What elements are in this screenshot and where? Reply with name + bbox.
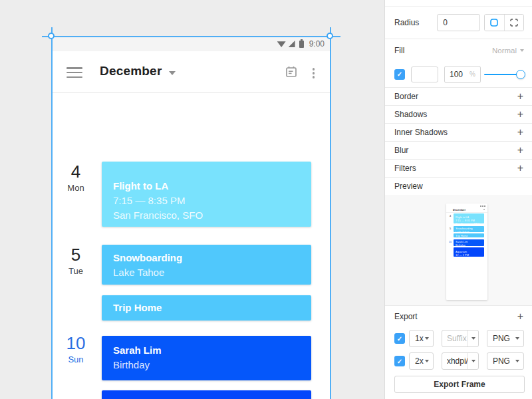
export-row-1x: ✓ 1x PNG: [385, 330, 532, 347]
month-title[interactable]: December: [100, 64, 162, 78]
chevron-down-icon: [515, 337, 519, 340]
add-shadow-button[interactable]: +: [517, 108, 524, 121]
cellular-signal-icon: [289, 41, 295, 47]
shadows-section-row: Shadows +: [385, 106, 532, 124]
thumb-date: 10: [448, 240, 453, 243]
export-2x-checkbox[interactable]: ✓: [394, 356, 405, 366]
fill-checkbox[interactable]: ✓: [394, 69, 405, 80]
date-number: 10: [61, 333, 90, 353]
thumb-date: 5: [448, 227, 453, 230]
preview-label: Preview: [394, 182, 423, 191]
android-status-bar: 9:00: [52, 37, 331, 51]
export-format-dropdown[interactable]: PNG: [487, 352, 524, 370]
export-scale-dropdown[interactable]: 1x: [409, 330, 434, 347]
event-card-birthday[interactable]: Sarah Lim Birthday: [102, 336, 311, 380]
radius-input[interactable]: [437, 14, 480, 31]
date-label: 10 Sun: [61, 333, 90, 365]
blur-label: Blur: [394, 146, 408, 155]
fill-opacity-input[interactable]: [450, 70, 468, 79]
thumb-date: 4: [448, 214, 453, 217]
date-label: 4 Mon: [61, 162, 90, 194]
add-inner-shadow-button[interactable]: +: [517, 126, 524, 139]
selection-border-left: [51, 27, 53, 399]
status-time: 9:00: [309, 39, 325, 49]
filters-section-row: Filters +: [385, 160, 532, 178]
chevron-down-icon: [425, 360, 429, 362]
chevron-down-icon: [520, 49, 524, 52]
panel-top-divider: [385, 0, 532, 7]
chevron-down-icon: [471, 360, 475, 362]
add-border-button[interactable]: +: [517, 90, 524, 103]
figma-workspace: 9:00 December: [0, 0, 532, 399]
date-weekday: Tue: [61, 266, 90, 277]
fill-opacity-field: %: [444, 66, 481, 83]
radius-row: Radius: [385, 7, 532, 39]
radius-independent-button[interactable]: [504, 15, 524, 31]
blur-section-row: Blur +: [385, 142, 532, 160]
selection-border-top: [42, 36, 340, 37]
menu-icon[interactable]: [66, 67, 82, 78]
event-card-trip-home[interactable]: Trip Home: [102, 295, 311, 321]
radius-uniform-button[interactable]: [485, 15, 504, 31]
battery-icon: [299, 41, 304, 48]
thumb-event-card: Flight to LA 7:15 — 8:35 PM San Francisc…: [454, 213, 484, 223]
event-time: 7:15 — 8:35 PM: [113, 194, 311, 208]
date-number: 5: [61, 245, 90, 265]
design-canvas[interactable]: 9:00 December: [0, 0, 384, 399]
export-format-dropdown[interactable]: PNG: [487, 330, 524, 347]
thumb-event-card: Aquarium 12 — 2 PM: [454, 247, 484, 257]
percent-sign: %: [469, 70, 475, 78]
date-label: 5 Tue: [61, 245, 90, 277]
add-export-button[interactable]: +: [517, 310, 524, 323]
add-filter-button[interactable]: +: [517, 162, 524, 175]
export-frame-button[interactable]: Export Frame: [394, 376, 525, 393]
slider-knob[interactable]: [516, 70, 525, 79]
fill-opacity-slider[interactable]: [484, 70, 524, 79]
event-card-flight[interactable]: Flight to LA 7:15 — 8:35 PM San Francisc…: [102, 162, 311, 227]
thumb-event-card: Trip Home: [454, 233, 484, 237]
selection-border-right: [330, 27, 331, 399]
chevron-down-icon: [515, 360, 519, 362]
thumb-month: December: [453, 207, 466, 212]
chevron-down-icon: [425, 337, 429, 340]
preview-section-header: Preview: [385, 178, 532, 195]
wifi-icon: [277, 41, 286, 47]
kebab-menu-icon[interactable]: [311, 66, 317, 80]
export-row-2x: ✓ 2x PNG: [385, 352, 532, 370]
add-blur-button[interactable]: +: [517, 144, 524, 157]
selection-handle-top-right[interactable]: [327, 33, 333, 39]
fill-label: Fill: [394, 46, 404, 55]
suffix-input[interactable]: [442, 356, 467, 366]
export-section-header: Export +: [385, 306, 532, 327]
event-subtitle: Birthday: [113, 358, 311, 372]
event-location: San Francisco, SFO: [113, 208, 311, 223]
thumb-event-card: Snowboarding Lake Tahoe: [454, 226, 484, 232]
fill-section-header: Fill Normal: [385, 39, 532, 61]
selection-handle-top-left[interactable]: [48, 33, 55, 39]
event-title: Sarah Lim: [113, 343, 311, 358]
inner-shadows-label: Inner Shadows: [394, 128, 448, 137]
date-weekday: Mon: [61, 183, 90, 194]
blend-mode-value: Normal: [492, 47, 517, 55]
fill-controls-row: ✓ %: [385, 61, 532, 88]
date-weekday: Sun: [61, 354, 90, 365]
artboard-calendar-app[interactable]: 9:00 December: [52, 37, 331, 399]
export-scale-dropdown[interactable]: 2x: [409, 352, 434, 370]
thumb-event-card: Sarah Lim Birthday: [454, 239, 484, 246]
event-card-snowboarding[interactable]: Snowboarding Lake Tahoe: [102, 245, 311, 285]
calendar-today-icon[interactable]: [285, 65, 298, 81]
preview-thumbnail: December 4 5 10 Flight to LA 7:15 — 8:35…: [446, 203, 487, 300]
radius-label: Radius: [394, 18, 419, 27]
export-suffix-field[interactable]: [442, 352, 479, 370]
event-card-aquarium[interactable]: Aquarium 12 — 2 PM: [102, 390, 311, 399]
event-title: Trip Home: [113, 301, 162, 315]
export-1x-checkbox[interactable]: ✓: [394, 333, 405, 344]
chevron-down-icon[interactable]: [169, 71, 176, 75]
fill-color-swatch[interactable]: [411, 66, 438, 82]
preview-area: December 4 5 10 Flight to LA 7:15 — 8:35…: [385, 195, 532, 306]
export-suffix-field[interactable]: [442, 330, 479, 347]
suffix-input[interactable]: [442, 334, 467, 343]
chevron-down-icon: [471, 337, 475, 340]
blend-mode-dropdown[interactable]: Normal: [492, 47, 524, 55]
inner-shadows-section-row: Inner Shadows +: [385, 124, 532, 142]
